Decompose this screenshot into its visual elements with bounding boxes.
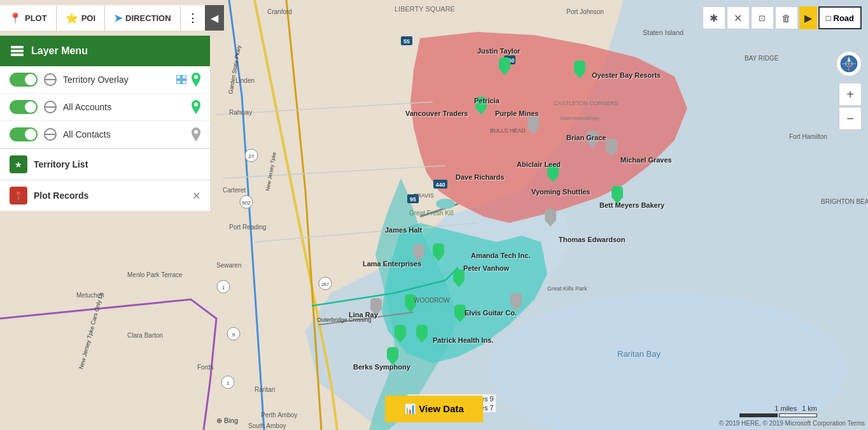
svg-text:Fords: Fords: [197, 364, 214, 371]
svg-text:27: 27: [249, 154, 255, 159]
road-icon: □: [826, 13, 831, 23]
svg-text:287: 287: [321, 282, 329, 287]
all-accounts-actions: [192, 100, 200, 114]
svg-text:Cranford: Cranford: [267, 8, 292, 15]
bing-logo: ⊕ Bing: [216, 417, 238, 425]
zoom-out-button[interactable]: −: [839, 107, 862, 130]
poi-icon: ⭐: [66, 12, 78, 24]
svg-point-85: [194, 130, 198, 134]
layers-icon: [10, 43, 25, 59]
scale-bar: 1 miles 1 km: [739, 405, 817, 417]
svg-text:Rahway: Rahway: [229, 109, 252, 116]
toolbar: 📍 PLOT ⭐ POI ➤ DIRECTION ⋮ ◀: [0, 0, 224, 36]
svg-rect-80: [182, 75, 186, 79]
svg-point-83: [194, 75, 198, 79]
svg-text:602: 602: [242, 200, 251, 206]
all-contacts-pin-button[interactable]: [192, 127, 200, 141]
svg-text:Raritan: Raritan: [255, 386, 275, 393]
territory-overlay-pin-button[interactable]: [192, 73, 200, 87]
territory-overlay-label: Territory Overlay: [63, 75, 170, 85]
svg-text:Sewaren: Sewaren: [216, 262, 241, 269]
svg-text:Raritan Bay: Raritan Bay: [617, 349, 661, 359]
svg-rect-81: [176, 80, 181, 84]
all-accounts-pin-button[interactable]: [192, 100, 200, 114]
territory-list-row[interactable]: ★ Territory List: [0, 148, 210, 180]
direction-button[interactable]: ➤ DIRECTION: [105, 5, 181, 31]
all-contacts-toggle[interactable]: [10, 127, 38, 141]
all-contacts-label: All Contacts: [63, 129, 185, 140]
territory-overlay-row: Territory Overlay: [0, 66, 210, 94]
svg-text:Perth Amboy: Perth Amboy: [261, 412, 297, 419]
plot-icon: 📍: [9, 12, 22, 24]
svg-text:Great Kills Park: Great Kills Park: [547, 285, 587, 292]
trash-button[interactable]: 🗑: [775, 6, 798, 29]
svg-text:BRIGHTON BEACH: BRIGHTON BEACH: [821, 198, 868, 205]
svg-text:BAY RIDGE: BAY RIDGE: [745, 55, 779, 62]
svg-text:Carteret: Carteret: [223, 187, 246, 194]
territory-list-label: Territory List: [34, 159, 200, 169]
svg-text:Fort Hamilton: Fort Hamilton: [789, 133, 827, 140]
all-contacts-row: All Contacts: [0, 121, 210, 148]
svg-text:WOODROW: WOODROW: [414, 297, 450, 304]
poi-label: POI: [81, 13, 95, 23]
scale-miles: 1 miles: [774, 405, 797, 412]
svg-text:CASTLETON CORNERS: CASTLETON CORNERS: [554, 100, 618, 106]
svg-rect-79: [176, 75, 181, 79]
poi-button[interactable]: ⭐ POI: [57, 5, 105, 31]
territory-overlay-globe-icon: [44, 73, 57, 86]
compass-button[interactable]: N: [836, 51, 862, 76]
plot-records-close-button[interactable]: ✕: [192, 190, 200, 202]
plot-label: PLOT: [25, 13, 47, 23]
road-label: Road: [834, 13, 855, 23]
territory-overlay-grid-button[interactable]: [176, 75, 186, 84]
plot-records-icon: 📍: [10, 187, 27, 204]
svg-text:BULLS HEAD: BULLS HEAD: [490, 127, 526, 134]
layer-menu-title: Layer Menu: [31, 45, 88, 57]
delete-selection-button[interactable]: ✕: [727, 6, 750, 29]
toolbar-right: ✱ ✕ ⊡ 🗑 ▶ □ Road: [703, 6, 862, 29]
svg-text:StatenlslandExpy: StatenlslandExpy: [560, 115, 599, 121]
plot-records-row[interactable]: 📍 Plot Records ✕: [0, 180, 210, 211]
all-accounts-row: All Accounts: [0, 94, 210, 121]
svg-text:Port Johnson: Port Johnson: [566, 8, 604, 15]
svg-text:9: 9: [232, 332, 235, 338]
svg-text:Outerbridge Crossing: Outerbridge Crossing: [317, 317, 372, 323]
direction-label: DIRECTION: [125, 13, 171, 23]
svg-text:South Amboy: South Amboy: [248, 422, 286, 429]
all-contacts-actions: [192, 127, 200, 141]
collapse-panel-button[interactable]: ◀: [205, 5, 224, 31]
all-contacts-globe-icon: [44, 128, 57, 141]
copyright: © 2019 HERE, © 2019 Microsoft Corporatio…: [719, 420, 865, 427]
zoom-controls: + −: [839, 83, 862, 130]
svg-point-2: [436, 199, 455, 209]
svg-text:55: 55: [403, 38, 410, 45]
view-data-button[interactable]: 📊 View Data: [385, 396, 483, 422]
road-view-button[interactable]: □ Road: [818, 6, 862, 29]
territory-list-icon: ★: [10, 155, 27, 173]
svg-text:Great Fresh Kill: Great Fresh Kill: [409, 210, 453, 217]
svg-text:1: 1: [227, 380, 230, 386]
zoom-in-button[interactable]: +: [839, 83, 862, 106]
next-button[interactable]: ▶: [799, 6, 817, 29]
svg-rect-82: [182, 80, 186, 84]
all-accounts-toggle[interactable]: [10, 100, 38, 114]
scale-km: 1 km: [802, 405, 817, 412]
svg-text:LIBERTY SQUARE: LIBERTY SQUARE: [395, 5, 455, 13]
layer-menu-header[interactable]: Layer Menu: [0, 36, 210, 66]
cursor-tool-button[interactable]: ✱: [703, 6, 725, 29]
svg-text:Port Reading: Port Reading: [229, 224, 266, 231]
svg-text:Clara Barton: Clara Barton: [127, 332, 163, 339]
plot-button[interactable]: 📍 PLOT: [0, 5, 57, 31]
plot-records-label: Plot Records: [34, 190, 186, 201]
svg-text:TRAVIS: TRAVIS: [414, 192, 434, 199]
direction-icon: ➤: [114, 12, 122, 24]
svg-text:Linden: Linden: [235, 77, 255, 84]
territory-overlay-toggle[interactable]: [10, 73, 38, 87]
rectangle-select-button[interactable]: ⊡: [751, 6, 774, 29]
territory-overlay-actions: [176, 73, 200, 87]
left-panel: Layer Menu Territory Overlay: [0, 36, 210, 211]
more-options-button[interactable]: ⋮: [181, 5, 205, 31]
all-accounts-label: All Accounts: [63, 102, 185, 112]
svg-text:440: 440: [435, 182, 445, 188]
svg-text:Menlo Park Terrace: Menlo Park Terrace: [127, 271, 183, 278]
